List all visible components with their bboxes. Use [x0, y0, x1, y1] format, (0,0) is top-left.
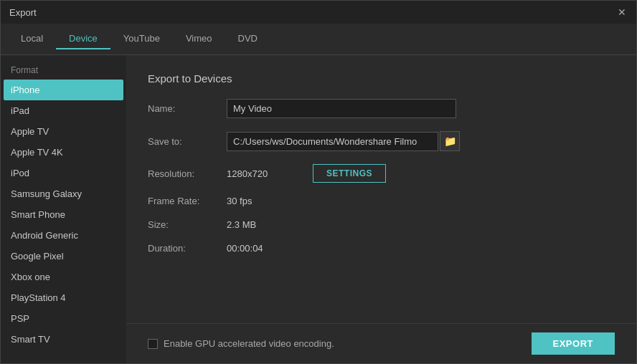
folder-icon: 📁	[444, 135, 456, 147]
sidebar-item-samsung-galaxy[interactable]: Samsung Galaxy	[1, 183, 126, 204]
sidebar-format-label: Format	[1, 61, 126, 80]
bottom-bar: Enable GPU accelerated video encoding. E…	[126, 323, 636, 363]
close-button[interactable]: ✕	[616, 6, 628, 18]
settings-button[interactable]: SETTINGS	[313, 164, 386, 183]
resolution-row: Resolution: 1280x720 SETTINGS	[148, 164, 615, 183]
sidebar-item-google-pixel[interactable]: Google Pixel	[1, 246, 126, 267]
export-title: Export to Devices	[148, 72, 615, 85]
sidebar-item-android-generic[interactable]: Android Generic	[1, 225, 126, 246]
tab-device[interactable]: Device	[56, 29, 110, 49]
gpu-checkbox[interactable]	[148, 339, 158, 349]
tabs-bar: Local Device YouTube Vimeo DVD	[1, 24, 636, 55]
gpu-label: Enable GPU accelerated video encoding.	[164, 338, 334, 349]
frame-rate-label: Frame Rate:	[148, 196, 227, 206]
window-title: Export	[9, 7, 37, 18]
resolution-label: Resolution:	[148, 168, 227, 179]
sidebar-item-ipad[interactable]: iPad	[1, 100, 126, 121]
frame-rate-value: 30 fps	[227, 196, 252, 206]
size-value: 2.3 MB	[227, 219, 256, 230]
sidebar-item-apple-tv[interactable]: Apple TV	[1, 121, 126, 142]
sidebar-item-psp[interactable]: PSP	[1, 308, 126, 329]
sidebar-item-smart-tv[interactable]: Smart TV	[1, 329, 126, 350]
save-to-input[interactable]	[227, 132, 438, 151]
sidebar-item-iphone[interactable]: iPhone	[4, 80, 123, 100]
gpu-check-area: Enable GPU accelerated video encoding.	[148, 338, 334, 349]
sidebar-item-smart-phone[interactable]: Smart Phone	[1, 204, 126, 225]
main-panel: Export to Devices Name: Save to: 📁	[126, 55, 636, 363]
duration-row: Duration: 00:00:04	[148, 243, 615, 254]
export-button[interactable]: EXPORT	[532, 332, 615, 355]
tab-local[interactable]: Local	[8, 29, 56, 49]
export-window: Export ✕ Local Device YouTube Vimeo DVD …	[0, 0, 637, 364]
frame-rate-row: Frame Rate: 30 fps	[148, 196, 615, 206]
size-row: Size: 2.3 MB	[148, 219, 615, 230]
sidebar-item-apple-tv-4k[interactable]: Apple TV 4K	[1, 142, 126, 163]
tab-dvd[interactable]: DVD	[225, 29, 270, 49]
tab-vimeo[interactable]: Vimeo	[173, 29, 225, 49]
sidebar: Format iPhone iPad Apple TV Apple TV 4K …	[1, 55, 126, 363]
save-to-input-area: 📁	[227, 131, 460, 151]
name-input[interactable]	[227, 99, 456, 118]
save-to-row: Save to: 📁	[148, 131, 615, 151]
title-bar: Export ✕	[1, 1, 636, 24]
save-to-label: Save to:	[148, 136, 227, 147]
name-label: Name:	[148, 103, 227, 114]
sidebar-item-xbox-one[interactable]: Xbox one	[1, 267, 126, 287]
tab-youtube[interactable]: YouTube	[110, 29, 173, 49]
resolution-controls: 1280x720 SETTINGS	[227, 164, 386, 183]
duration-value: 00:00:04	[227, 243, 263, 254]
folder-button[interactable]: 📁	[440, 131, 460, 151]
main-panel-inner: Export to Devices Name: Save to: 📁	[126, 55, 636, 323]
content-area: Format iPhone iPad Apple TV Apple TV 4K …	[1, 55, 636, 363]
size-label: Size:	[148, 219, 227, 230]
name-row: Name:	[148, 99, 615, 118]
sidebar-item-playstation-4[interactable]: PlayStation 4	[1, 287, 126, 308]
resolution-value: 1280x720	[227, 168, 313, 179]
sidebar-item-ipod[interactable]: iPod	[1, 163, 126, 183]
duration-label: Duration:	[148, 243, 227, 254]
